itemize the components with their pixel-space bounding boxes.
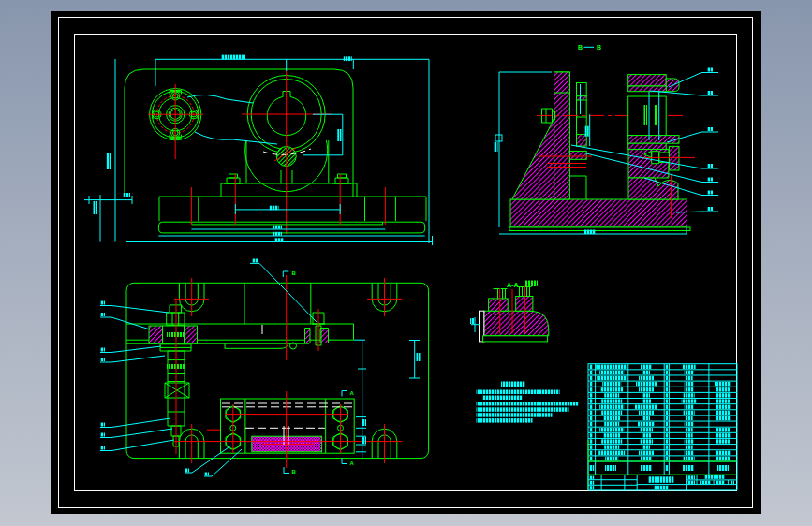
svg-text:B: B xyxy=(292,469,297,475)
svg-text:B: B xyxy=(578,44,583,51)
svg-text:A: A xyxy=(350,460,355,466)
svg-text:A-A: A-A xyxy=(507,282,518,288)
svg-text:B: B xyxy=(292,270,297,276)
svg-text:A: A xyxy=(350,390,355,396)
svg-text:B: B xyxy=(597,44,601,51)
